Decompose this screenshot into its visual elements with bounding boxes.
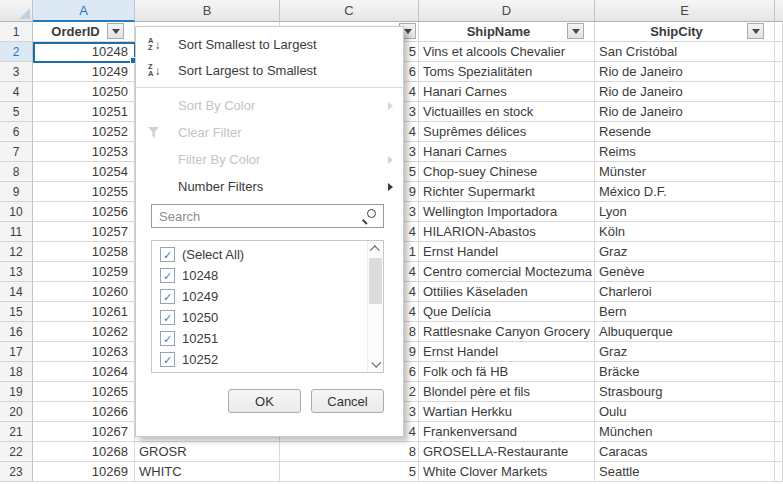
row-header[interactable]: 12	[0, 242, 33, 262]
row-header[interactable]: 17	[0, 342, 33, 362]
ok-button[interactable]: OK	[228, 389, 301, 413]
cell-d[interactable]: Ernst Handel	[419, 342, 595, 362]
menu-item-sort-largest-to-smallest[interactable]: Sort Largest to Smallest	[136, 57, 403, 83]
cell-a[interactable]: 10261	[33, 302, 135, 322]
cell-d[interactable]: Rattlesnake Canyon Grocery	[419, 322, 595, 342]
cell-a[interactable]: 10260	[33, 282, 135, 302]
row-header[interactable]: 16	[0, 322, 33, 342]
cell-a[interactable]: 10264	[33, 362, 135, 382]
cell-a[interactable]: 10257	[33, 222, 135, 242]
checkbox[interactable]	[160, 331, 175, 346]
cell-e[interactable]: Albuquerque	[595, 322, 775, 342]
cell-d[interactable]: Suprêmes délices	[419, 122, 595, 142]
cell-d[interactable]: Toms Spezialitäten	[419, 62, 595, 82]
cell-d[interactable]: Wellington Importadora	[419, 202, 595, 222]
cell-d[interactable]: Wartian Herkku	[419, 402, 595, 422]
row-header[interactable]: 22	[0, 442, 33, 462]
checkbox[interactable]	[160, 289, 175, 304]
cell-e[interactable]: Graz	[595, 342, 775, 362]
cell-e[interactable]: Köln	[595, 222, 775, 242]
row-header[interactable]: 15	[0, 302, 33, 322]
row-header-1[interactable]: 1	[0, 22, 33, 42]
cell-a[interactable]: 10259	[33, 262, 135, 282]
row-header[interactable]: 5	[0, 102, 33, 122]
list-scrollbar[interactable]	[367, 241, 383, 372]
cell-a[interactable]: 10250	[33, 82, 135, 102]
cell-a[interactable]: 10266	[33, 402, 135, 422]
cell-d[interactable]: Centro comercial Moctezuma	[419, 262, 595, 282]
cell-a[interactable]: 10253	[33, 142, 135, 162]
cell-e[interactable]: Caracas	[595, 442, 775, 462]
cell-e[interactable]: Charleroi	[595, 282, 775, 302]
cell-c[interactable]: 8	[280, 442, 419, 462]
cell-e[interactable]: Graz	[595, 242, 775, 262]
cell-d[interactable]: Hanari Carnes	[419, 142, 595, 162]
shipcity-filter-button[interactable]	[747, 23, 764, 39]
column-header-e[interactable]: E	[595, 0, 775, 22]
checkbox[interactable]	[160, 247, 175, 262]
cell-a[interactable]: 10249	[33, 62, 135, 82]
cell-d[interactable]: Blondel père et fils	[419, 382, 595, 402]
cell-a[interactable]: 10268	[33, 442, 135, 462]
list-item[interactable]: (Select All)	[152, 244, 383, 265]
row-header[interactable]: 2	[0, 42, 33, 62]
scrollbar-thumb[interactable]	[369, 258, 382, 304]
cell-d[interactable]: Victuailles en stock	[419, 102, 595, 122]
shipname-filter-button[interactable]	[567, 23, 584, 39]
cell-e[interactable]: México D.F.	[595, 182, 775, 202]
cell-d[interactable]: Que Delícia	[419, 302, 595, 322]
cell-a[interactable]: 10252	[33, 122, 135, 142]
cell-d[interactable]: Folk och fä HB	[419, 362, 595, 382]
orderid-filter-button[interactable]	[107, 23, 124, 39]
cell-e[interactable]: Reims	[595, 142, 775, 162]
row-header[interactable]: 20	[0, 402, 33, 422]
column-header-b[interactable]: B	[135, 0, 280, 22]
cell-d[interactable]: Richter Supermarkt	[419, 182, 595, 202]
checkbox[interactable]	[160, 268, 175, 283]
list-item[interactable]: 10250	[152, 307, 383, 328]
cell-shipcity-header[interactable]: ShipCity	[595, 22, 775, 42]
row-header[interactable]: 14	[0, 282, 33, 302]
checkbox[interactable]	[160, 310, 175, 325]
cell-a[interactable]: 10254	[33, 162, 135, 182]
cell-b[interactable]: GROSR	[135, 442, 280, 462]
row-header[interactable]: 7	[0, 142, 33, 162]
row-header[interactable]: 11	[0, 222, 33, 242]
cell-d[interactable]: Hanari Carnes	[419, 82, 595, 102]
cell-a[interactable]: 10251	[33, 102, 135, 122]
cell-e[interactable]: Strasbourg	[595, 382, 775, 402]
select-all-corner[interactable]	[0, 0, 33, 22]
cell-e[interactable]: San Cristóbal	[595, 42, 775, 62]
cell-a[interactable]: 10269	[33, 462, 135, 482]
scroll-down-button[interactable]	[368, 356, 383, 371]
cell-d[interactable]: Ernst Handel	[419, 242, 595, 262]
checkbox[interactable]	[160, 352, 175, 367]
cancel-button[interactable]: Cancel	[311, 389, 384, 413]
menu-item-number-filters[interactable]: Number Filters	[136, 173, 403, 200]
cell-e[interactable]: Rio de Janeiro	[595, 102, 775, 122]
cell-e[interactable]: Seattle	[595, 462, 775, 482]
cell-a[interactable]: 10255	[33, 182, 135, 202]
cell-shipname-header[interactable]: ShipName	[419, 22, 595, 42]
row-header[interactable]: 3	[0, 62, 33, 82]
cell-d[interactable]: HILARION-Abastos	[419, 222, 595, 242]
cell-e[interactable]: Oulu	[595, 402, 775, 422]
row-header[interactable]: 19	[0, 382, 33, 402]
cell-d[interactable]: Frankenversand	[419, 422, 595, 442]
cell-e[interactable]: Rio de Janeiro	[595, 62, 775, 82]
cell-e[interactable]: Resende	[595, 122, 775, 142]
cell-a[interactable]: 10262	[33, 322, 135, 342]
cell-e[interactable]: Münster	[595, 162, 775, 182]
row-header[interactable]: 9	[0, 182, 33, 202]
row-header[interactable]: 8	[0, 162, 33, 182]
cell-d[interactable]: White Clover Markets	[419, 462, 595, 482]
row-header[interactable]: 21	[0, 422, 33, 442]
search-input[interactable]	[152, 205, 383, 227]
scroll-up-button[interactable]	[368, 242, 383, 257]
cell-orderid-header[interactable]: OrderID	[33, 22, 135, 42]
column-header-a[interactable]: A	[33, 0, 135, 22]
list-item[interactable]: 10248	[152, 265, 383, 286]
cell-d[interactable]: Ottilies Käseladen	[419, 282, 595, 302]
cell-a[interactable]: 10265	[33, 382, 135, 402]
cell-a[interactable]: 10256	[33, 202, 135, 222]
